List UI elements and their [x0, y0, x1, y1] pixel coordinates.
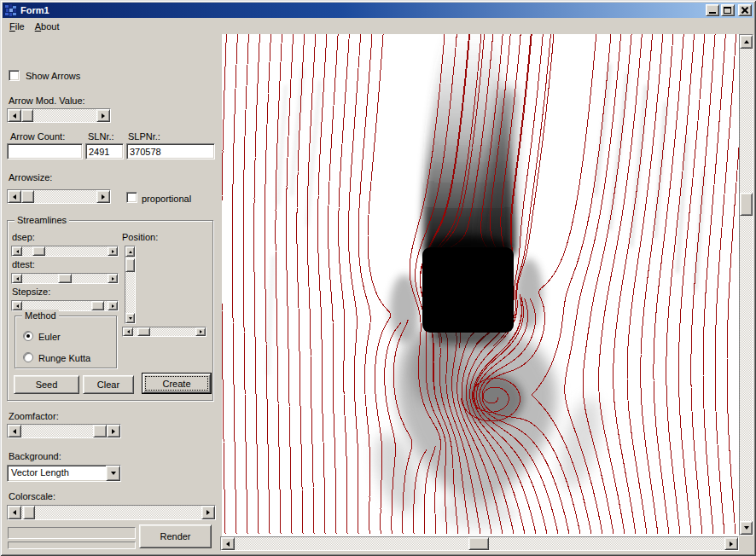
show-arrows-label: Show Arrows	[26, 71, 80, 81]
minimize-button[interactable]	[706, 4, 719, 16]
background-dropdown-button[interactable]	[106, 466, 120, 481]
triangle-left-icon	[224, 542, 230, 547]
canvas-left-button[interactable]	[221, 537, 235, 550]
triangle-up-icon	[129, 249, 132, 253]
dsep-thumb[interactable]	[32, 246, 45, 256]
arrow-mod-left-button[interactable]	[8, 109, 21, 122]
dsep-track[interactable]	[22, 246, 108, 256]
zoomfactor-scrollbar[interactable]	[7, 424, 121, 438]
stepsize-left-button[interactable]	[12, 301, 22, 310]
triangle-right-icon	[102, 194, 108, 200]
slnr-input[interactable]	[85, 143, 124, 159]
colorscale-left-button[interactable]	[8, 506, 21, 519]
arrow-mod-right-button[interactable]	[96, 109, 110, 122]
position-down-button[interactable]	[125, 313, 135, 323]
canvas-up-button[interactable]	[740, 35, 753, 49]
rungekutta-radio[interactable]	[23, 352, 33, 362]
form-grid-icon	[4, 3, 18, 17]
arrow-count-input[interactable]	[7, 143, 83, 159]
canvas-vscrollbar[interactable]	[739, 34, 753, 536]
method-title: Method	[22, 310, 59, 321]
colorscale-scrollbar[interactable]	[7, 505, 216, 520]
arrow-mod-track[interactable]	[21, 109, 96, 122]
arrowsize-label: Arrowsize:	[9, 172, 52, 182]
position-right-button[interactable]	[195, 327, 206, 336]
triangle-left-icon	[10, 113, 16, 119]
dsep-right-button[interactable]	[108, 246, 118, 256]
window-title: Form1	[20, 5, 704, 15]
stepsize-thumb[interactable]	[91, 301, 104, 310]
euler-label: Euler	[38, 332, 61, 342]
maximize-icon	[724, 7, 731, 14]
minimize-icon	[709, 12, 716, 14]
proportional-checkbox[interactable]	[126, 192, 137, 203]
application-window: Form1 File About Show Arrows Arrow Mod. …	[0, 0, 756, 556]
render-button[interactable]: Render	[139, 524, 212, 548]
dtest-track[interactable]	[22, 274, 108, 283]
dsep-scrollbar[interactable]	[11, 246, 119, 257]
zoomfactor-left-button[interactable]	[8, 425, 21, 437]
maximize-button[interactable]	[721, 4, 735, 16]
menu-item-about[interactable]: About	[30, 20, 65, 33]
slpnr-label: SLPNr.:	[128, 131, 160, 142]
dsep-left-button[interactable]	[12, 246, 22, 256]
show-arrows-checkbox[interactable]	[9, 70, 20, 81]
colorscale-right-button[interactable]	[201, 506, 215, 519]
obstacle-square	[422, 247, 514, 333]
arrow-mod-scrollbar[interactable]	[7, 108, 111, 123]
background-label: Background:	[9, 451, 61, 461]
position-vtrack[interactable]	[125, 257, 135, 313]
seed-button[interactable]: Seed	[14, 375, 79, 394]
background-combobox[interactable]: Vector Length	[7, 465, 121, 482]
canvas-htrack[interactable]	[235, 537, 724, 550]
close-button[interactable]	[738, 4, 752, 16]
arrowsize-thumb[interactable]	[21, 190, 34, 203]
canvas-vthumb[interactable]	[740, 193, 753, 216]
canvas-down-button[interactable]	[740, 521, 753, 535]
flow-canvas[interactable]	[222, 34, 739, 536]
progress-bar-1	[8, 527, 136, 539]
canvas-right-button[interactable]	[724, 537, 738, 550]
slpnr-input[interactable]	[126, 143, 215, 159]
zoomfactor-thumb[interactable]	[93, 425, 107, 437]
position-htrack[interactable]	[133, 327, 195, 336]
streamlines-title: Streamlines	[15, 214, 69, 226]
zoomfactor-right-button[interactable]	[107, 425, 120, 437]
position-vscrollbar[interactable]	[125, 246, 136, 324]
position-hthumb[interactable]	[137, 327, 150, 336]
canvas-hscrollbar[interactable]	[220, 536, 739, 551]
colorscale-thumb[interactable]	[23, 506, 35, 519]
colorscale-track[interactable]	[21, 506, 201, 519]
canvas-hthumb[interactable]	[468, 537, 489, 550]
dsep-label: dsep:	[12, 232, 35, 242]
position-up-button[interactable]	[125, 246, 135, 257]
arrowsize-scrollbar[interactable]	[7, 189, 111, 204]
euler-radio[interactable]	[23, 331, 33, 341]
stepsize-right-button[interactable]	[108, 301, 118, 310]
zoomfactor-track[interactable]	[21, 425, 107, 437]
arrowsize-track[interactable]	[21, 190, 96, 203]
progress-bar-2	[8, 542, 136, 549]
chevron-down-icon	[111, 472, 116, 478]
arrowsize-right-button[interactable]	[96, 190, 110, 203]
clear-button[interactable]: Clear	[83, 375, 134, 394]
title-bar[interactable]: Form1	[3, 3, 753, 18]
dtest-label: dtest:	[12, 259, 35, 269]
arrow-mod-thumb[interactable]	[21, 109, 33, 122]
dtest-right-button[interactable]	[108, 274, 118, 283]
background-value: Vector Length	[8, 466, 106, 481]
menu-item-file[interactable]: File	[4, 20, 30, 33]
dtest-left-button[interactable]	[12, 274, 22, 283]
position-left-button[interactable]	[123, 327, 133, 336]
create-button[interactable]: Create	[142, 373, 212, 394]
triangle-down-icon	[744, 526, 749, 532]
dtest-thumb[interactable]	[58, 274, 72, 283]
zoomfactor-label: Zoomfactor:	[9, 411, 59, 421]
position-label: Position:	[122, 232, 158, 242]
dtest-scrollbar[interactable]	[11, 273, 119, 284]
arrowsize-left-button[interactable]	[8, 190, 21, 203]
position-vthumb[interactable]	[125, 258, 135, 272]
triangle-right-icon	[730, 542, 736, 547]
position-hscrollbar[interactable]	[122, 327, 206, 337]
canvas-vtrack[interactable]	[740, 49, 753, 521]
